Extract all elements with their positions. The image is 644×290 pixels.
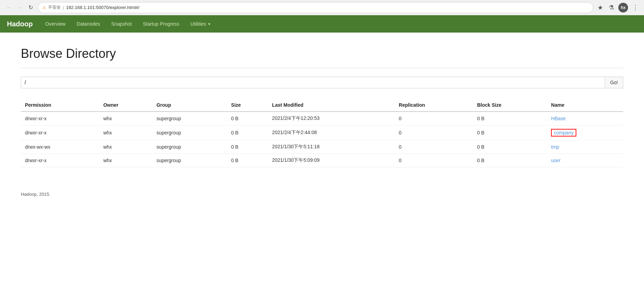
- cell-name: HBase: [547, 112, 623, 125]
- navbar-brand[interactable]: Hadoop: [7, 20, 33, 28]
- cell-group: supergroup: [152, 125, 227, 140]
- cell-replication: 0: [395, 140, 473, 154]
- table-row: drwxr-xr-xwhxsupergroup0 B2021/1/30下午5:0…: [21, 154, 623, 167]
- cell-size: 0 B: [227, 140, 268, 154]
- navbar: Hadoop Overview Datanodes Snapshot Start…: [0, 15, 644, 33]
- forward-button[interactable]: →: [15, 3, 25, 12]
- footer: Hadoop, 2015.: [0, 181, 644, 204]
- cell-owner: whx: [99, 112, 152, 125]
- browser-actions: ★ ⚗ hx ⋮: [596, 2, 640, 13]
- directory-link-user[interactable]: user: [551, 158, 560, 163]
- cell-replication: 0: [395, 112, 473, 125]
- menu-button[interactable]: ⋮: [631, 2, 640, 13]
- cell-permission: drwx-wx-wx: [21, 140, 99, 154]
- main-content: Browse Directory Go! Permission Owner Gr…: [0, 33, 644, 181]
- col-header-replication: Replication: [395, 99, 473, 112]
- cell-block_size: 0 B: [473, 112, 547, 125]
- back-button[interactable]: ←: [4, 3, 14, 12]
- cell-size: 0 B: [227, 154, 268, 167]
- table-row: drwx-wx-wxwhxsupergroup0 B2021/1/30下午5:1…: [21, 140, 623, 154]
- avatar[interactable]: hx: [618, 3, 628, 12]
- browser-chrome: ← → ↻ ⚠ 不安全 | 192.168.1.101:50070/explor…: [0, 0, 644, 15]
- go-button[interactable]: Go!: [605, 77, 623, 88]
- cell-block_size: 0 B: [473, 154, 547, 167]
- reload-button[interactable]: ↻: [26, 3, 35, 12]
- cell-name: user: [547, 154, 623, 167]
- navbar-link-datanodes[interactable]: Datanodes: [71, 15, 106, 33]
- cell-owner: whx: [99, 154, 152, 167]
- cell-block_size: 0 B: [473, 140, 547, 154]
- col-header-block-size: Block Size: [473, 99, 547, 112]
- chevron-down-icon: ▼: [207, 22, 211, 26]
- navbar-link-startup-progress[interactable]: Startup Progress: [137, 15, 185, 33]
- col-header-name: Name: [547, 99, 623, 112]
- path-form: Go!: [21, 77, 623, 88]
- highlighted-name-wrapper: company: [551, 129, 576, 137]
- table-row: drwxr-xr-xwhxsupergroup0 B2021/2/4下午2:44…: [21, 125, 623, 140]
- col-header-group: Group: [152, 99, 227, 112]
- col-header-permission: Permission: [21, 99, 99, 112]
- navbar-link-overview[interactable]: Overview: [40, 15, 71, 33]
- address-separator: |: [63, 5, 64, 10]
- cell-owner: whx: [99, 140, 152, 154]
- title-divider: [21, 68, 623, 68]
- browser-nav-buttons: ← → ↻: [4, 3, 35, 12]
- directory-link-tmp[interactable]: tmp: [551, 144, 559, 150]
- cell-name: tmp: [547, 140, 623, 154]
- extensions-button[interactable]: ⚗: [607, 2, 616, 13]
- col-header-size: Size: [227, 99, 268, 112]
- table-row: drwxr-xr-xwhxsupergroup0 B2021/2/4下午12:2…: [21, 112, 623, 125]
- directory-table: Permission Owner Group Size Last Modifie…: [21, 99, 623, 167]
- footer-text: Hadoop, 2015.: [21, 192, 50, 197]
- navbar-link-snapshot[interactable]: Snapshot: [106, 15, 137, 33]
- directory-link-HBase[interactable]: HBase: [551, 116, 566, 121]
- col-header-owner: Owner: [99, 99, 152, 112]
- col-header-last-modified: Last Modified: [268, 99, 395, 112]
- cell-last_modified: 2021/1/30下午5:11:18: [268, 140, 395, 154]
- address-url: 192.168.1.101:50070/explorer.html#/: [66, 5, 589, 10]
- cell-group: supergroup: [152, 112, 227, 125]
- navbar-link-utilities[interactable]: Utilities ▼: [185, 15, 217, 33]
- cell-owner: whx: [99, 125, 152, 140]
- cell-group: supergroup: [152, 154, 227, 167]
- page-title: Browse Directory: [21, 46, 623, 61]
- cell-last_modified: 2021/1/30下午5:09:09: [268, 154, 395, 167]
- cell-size: 0 B: [227, 125, 268, 140]
- cell-replication: 0: [395, 125, 473, 140]
- address-bar[interactable]: ⚠ 不安全 | 192.168.1.101:50070/explorer.htm…: [38, 2, 593, 13]
- table-header-row: Permission Owner Group Size Last Modifie…: [21, 99, 623, 112]
- bookmark-button[interactable]: ★: [596, 2, 604, 13]
- security-icon: ⚠: [42, 5, 46, 10]
- cell-last_modified: 2021/2/4下午2:44:08: [268, 125, 395, 140]
- cell-replication: 0: [395, 154, 473, 167]
- cell-permission: drwxr-xr-x: [21, 112, 99, 125]
- cell-permission: drwxr-xr-x: [21, 154, 99, 167]
- cell-size: 0 B: [227, 112, 268, 125]
- cell-permission: drwxr-xr-x: [21, 125, 99, 140]
- cell-name: company: [547, 125, 623, 140]
- cell-group: supergroup: [152, 140, 227, 154]
- cell-block_size: 0 B: [473, 125, 547, 140]
- security-warning-label: 不安全: [48, 5, 61, 10]
- path-input[interactable]: [21, 77, 605, 88]
- cell-last_modified: 2021/2/4下午12:20:53: [268, 112, 395, 125]
- directory-link-company[interactable]: company: [554, 130, 574, 135]
